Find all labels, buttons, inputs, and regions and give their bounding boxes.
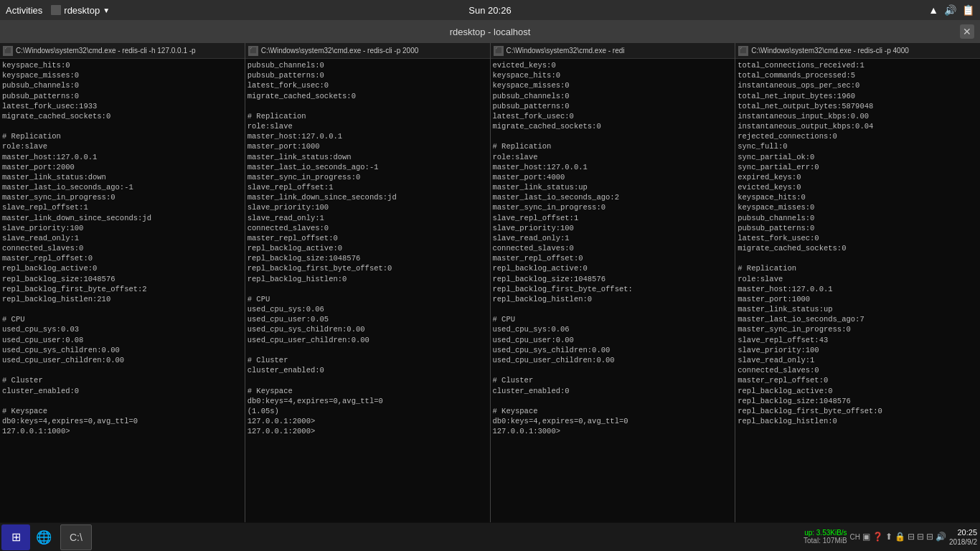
firefox-taskbar-btn[interactable]: 🌐: [30, 524, 57, 550]
tray-icon-4[interactable]: 🔒: [895, 532, 905, 542]
terminal-titlebar-3: ⬛ C:\Windows\system32\cmd.exe - redi: [491, 43, 735, 59]
terminal-icon-4: ⬛: [738, 46, 748, 56]
volume-icon: 🔊: [944, 4, 956, 16]
tray-icon-5[interactable]: ⊟: [908, 532, 915, 542]
tray-icon-6[interactable]: ⊟: [917, 532, 924, 542]
net-total: Total: 107MiB: [804, 537, 847, 545]
topbar-left: Activities rdesktop ▼: [6, 5, 110, 16]
terminal-panel-2: ⬛ C:\Windows\system32\cmd.exe - redis-cl…: [245, 43, 491, 551]
terminal-content-2[interactable]: pubsub_channels:0 pubsub_patterns:0 late…: [245, 59, 490, 545]
terminal-panel-3: ⬛ C:\Windows\system32\cmd.exe - redi evi…: [491, 43, 736, 551]
window-close-button[interactable]: ✕: [960, 24, 974, 39]
terminal-titlebar-4: ⬛ C:\Windows\system32\cmd.exe - redis-cl…: [735, 43, 980, 59]
terminal-titlebar-2: ⬛ C:\Windows\system32\cmd.exe - redis-cl…: [245, 43, 490, 59]
app-indicator[interactable]: rdesktop ▼: [51, 5, 110, 16]
taskbar: ⊞ 🌐 C:\ up: 3.53KiB/s Total: 107MiB CH ▣…: [0, 522, 980, 551]
terminal-panel-4: ⬛ C:\Windows\system32\cmd.exe - redis-cl…: [735, 43, 980, 551]
tray-icon-1[interactable]: ▣: [862, 532, 870, 542]
topbar-clock: Sun 20:26: [468, 5, 511, 16]
tray-icon-3[interactable]: ⬆: [885, 532, 892, 542]
clock-date: 2018/9/2: [949, 537, 977, 547]
app-name: rdesktop: [64, 5, 100, 16]
terminal-icon-3: ⬛: [494, 46, 504, 56]
window-titlebar: rdesktop - localhost ✕: [0, 20, 980, 43]
terminal-title-2: C:\Windows\system32\cmd.exe - redis-cli …: [261, 47, 419, 55]
tray-icon-8[interactable]: 🔊: [936, 532, 946, 542]
terminal-content-3[interactable]: evicted_keys:0 keyspace_hits:0 keyspace_…: [491, 59, 735, 545]
taskbar-right-area: up: 3.53KiB/s Total: 107MiB CH ▣ ❓ ⬆ 🔒 ⊟…: [804, 527, 980, 547]
clipboard-icon: 📋: [962, 4, 974, 16]
firefox-icon: 🌐: [36, 529, 52, 545]
tray-ch: CH: [850, 533, 860, 541]
net-info: up: 3.53KiB/s Total: 107MiB: [804, 529, 847, 545]
tray-icon-7[interactable]: ⊟: [926, 532, 933, 542]
topbar: Activities rdesktop ▼ Sun 20:26 ▲ 🔊 📋: [0, 0, 980, 20]
terminal-taskbar-icon: C:\: [67, 530, 85, 545]
tray-icons: CH ▣ ❓ ⬆ 🔒 ⊟ ⊟ ⊟ 🔊: [850, 532, 946, 542]
start-button[interactable]: ⊞: [1, 524, 30, 550]
terminal-title-4: C:\Windows\system32\cmd.exe - redis-cli …: [751, 47, 909, 55]
terminal-title-1: C:\Windows\system32\cmd.exe - redis-cli …: [16, 47, 196, 55]
start-icon: ⊞: [11, 530, 21, 544]
topbar-right: ▲ 🔊 📋: [928, 4, 974, 16]
rdesktop-window: rdesktop - localhost ✕ ⬛ C:\Windows\syst…: [0, 20, 980, 551]
wifi-icon: ▲: [928, 4, 938, 16]
terminal-panel-1: ⬛ C:\Windows\system32\cmd.exe - redis-cl…: [0, 43, 245, 551]
terminals-container: ⬛ C:\Windows\system32\cmd.exe - redis-cl…: [0, 43, 980, 551]
terminal-content-1[interactable]: keyspace_hits:0 keyspace_misses:0 pubsub…: [0, 59, 245, 545]
clock-time: 20:25: [949, 527, 977, 537]
net-speed: up: 3.53KiB/s: [804, 529, 847, 537]
terminal-title-3: C:\Windows\system32\cmd.exe - redi: [507, 47, 625, 55]
terminal-content-4[interactable]: total_connections_received:1 total_comma…: [735, 59, 980, 545]
terminal-taskbar-btn[interactable]: C:\: [60, 524, 92, 550]
tray-icon-2[interactable]: ❓: [872, 532, 883, 542]
window-title: rdesktop - localhost: [450, 27, 531, 37]
terminal-titlebar-1: ⬛ C:\Windows\system32\cmd.exe - redis-cl…: [0, 43, 245, 59]
app-arrow: ▼: [103, 6, 110, 14]
app-icon: [51, 5, 61, 15]
activities-button[interactable]: Activities: [6, 5, 42, 16]
terminal-icon-1: ⬛: [3, 46, 13, 56]
taskbar-clock: 20:25 2018/9/2: [949, 527, 977, 547]
terminal-icon-2: ⬛: [248, 46, 258, 56]
